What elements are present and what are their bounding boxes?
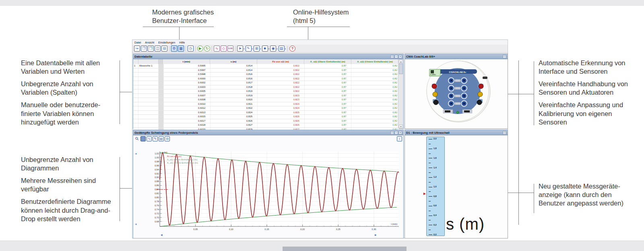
- maximize-icon[interactable]: □: [390, 55, 394, 58]
- print-button-icon[interactable]: ⊟: [161, 46, 167, 52]
- export-icon[interactable]: ▤: [159, 136, 164, 141]
- dropdown-arrow-icon[interactable]: ▾: [260, 48, 261, 50]
- data-table-titlebar: Datentabelle □−×: [133, 54, 403, 59]
- scroll-up-icon[interactable]: ▲: [399, 60, 403, 63]
- table-row[interactable]: 0,60050,8190,8220,870,82: [133, 89, 399, 94]
- save-button-icon[interactable]: ◫: [155, 46, 161, 52]
- settings-button-icon[interactable]: ⚙: [171, 46, 177, 52]
- panel-button-icon[interactable]: ⊞: [254, 46, 260, 52]
- column-header[interactable]: t (min): [163, 59, 210, 64]
- column-header[interactable]: A_u(t) (Untere Einhüllende) (m): [351, 59, 399, 64]
- edit-icon[interactable]: ✎: [153, 136, 158, 141]
- meter-tick-label: 1,2: [433, 176, 437, 178]
- svg-text:0,76: 0,76: [155, 204, 159, 207]
- replay-button-icon[interactable]: ↻: [204, 46, 210, 52]
- open-cma-activity-button-icon[interactable]: ❒: [148, 46, 154, 52]
- dropdown-arrow-icon[interactable]: ▾: [252, 48, 253, 50]
- meter-tick: [429, 163, 431, 163]
- menu-hilfe[interactable]: Hilfe: [179, 41, 185, 44]
- document-button-icon[interactable]: ▤: [279, 46, 285, 52]
- table-row[interactable]: 0,60130,8240,8250,870,82: [133, 111, 399, 115]
- meter-body: 0,00,20,40,60,81,01,21,41,61,82,0 s (m): [405, 135, 508, 238]
- callout-bracket: [534, 184, 534, 213]
- dropdown-arrow-icon[interactable]: ▾: [285, 48, 286, 50]
- menu-einstellungen[interactable]: Einstellungen: [158, 41, 175, 44]
- svg-text:0,05: 0,05: [193, 228, 198, 230]
- axis-down-icon[interactable]: ▼: [135, 223, 137, 226]
- table-row[interactable]: 0,60150,8250,8250,870,82: [133, 115, 399, 119]
- column-header[interactable]: Fit von s(t) (m): [257, 59, 304, 64]
- oscillation-chart[interactable]: 0,680,700,720,740,760,780,800,820,840,86…: [149, 149, 400, 232]
- table-row[interactable]: 0,60000,8160,8220,870,82: [133, 77, 399, 81]
- diagram-button-icon[interactable]: ∿: [214, 46, 220, 52]
- dropdown-arrow-icon[interactable]: ▾: [268, 48, 270, 50]
- help-button-icon[interactable]: ?: [289, 46, 295, 52]
- zoom-icon[interactable]: ⚲: [133, 135, 140, 142]
- table-row[interactable]: 0,60170,8260,8260,870,82: [133, 119, 399, 124]
- scrollbar-thumb[interactable]: [399, 64, 403, 74]
- screen-button-icon[interactable]: ■: [262, 46, 268, 52]
- pan-select-icon[interactable]: [140, 136, 146, 141]
- web-button-icon[interactable]: ◉: [270, 46, 276, 52]
- axis-up-icon[interactable]: ▲: [135, 152, 137, 155]
- open-activity-button-icon[interactable]: ❐: [141, 46, 147, 52]
- table-row[interactable]: 0,60180,8270,8260,870,82: [133, 123, 399, 128]
- maximize-icon[interactable]: □: [503, 131, 506, 135]
- table-row[interactable]: 1Messreihe 10,59950,8140,8220,870,82: [133, 64, 399, 68]
- data-table-button-icon[interactable]: ▦: [178, 46, 184, 52]
- svg-text:0,25: 0,25: [336, 228, 341, 230]
- svg-text:0,90: 0,90: [155, 176, 159, 178]
- table-row[interactable]: 0,60080,8200,8230,870,82: [133, 98, 399, 102]
- table-row[interactable]: 0,60120,8220,8240,870,82: [133, 106, 399, 111]
- svg-text:Fit von s(t) (m): Fit von s(t) (m): [167, 155, 182, 158]
- meter-tick: [429, 149, 432, 149]
- menu-ansicht[interactable]: Ansicht: [145, 41, 154, 44]
- stopwatch-button-icon[interactable]: ◷: [188, 46, 194, 52]
- table-row[interactable]: 0,59980,8160,8220,870,82: [133, 73, 399, 77]
- toolbar-separator: [287, 46, 288, 52]
- scroll-left-icon[interactable]: ◀: [161, 233, 163, 236]
- activity-options-button-icon[interactable]: ➤: [237, 46, 243, 52]
- dropdown-arrow-icon[interactable]: ▾: [277, 48, 278, 50]
- meter-tick: [429, 216, 432, 216]
- table-row[interactable]: 0,60100,8210,8240,870,82: [133, 102, 399, 107]
- meter-tick-label: 0,4: [433, 214, 437, 216]
- dropdown-arrow-icon[interactable]: ▾: [244, 48, 245, 50]
- maximize-icon[interactable]: □: [503, 55, 506, 58]
- menu-datei[interactable]: Datei: [134, 41, 141, 44]
- scroll-right-icon[interactable]: ▶: [375, 233, 377, 236]
- meter-tick-label: 0,6: [433, 204, 437, 207]
- diagram-options-icon[interactable]: ∿: [147, 136, 152, 141]
- svg-text:0,20: 0,20: [300, 228, 305, 230]
- graph-info-button[interactable]: i: [397, 136, 402, 141]
- window-buttons: □: [503, 131, 506, 135]
- exit-button-icon[interactable]: ↪: [134, 46, 140, 52]
- meter-button-icon[interactable]: ◇: [221, 46, 227, 52]
- minimize-icon[interactable]: −: [394, 55, 398, 58]
- start-measurement-button-icon[interactable]: ▶: [197, 46, 203, 52]
- table-body: 1Messreihe 10,59950,8140,8220,870,820,59…: [133, 64, 399, 136]
- close-icon[interactable]: ×: [398, 131, 402, 135]
- value-display-button-icon[interactable]: 0.00: [227, 46, 233, 52]
- table-row[interactable]: 0,60020,8170,8220,870,82: [133, 81, 399, 85]
- svg-text:0,96: 0,96: [155, 164, 159, 167]
- maximize-icon[interactable]: □: [390, 131, 394, 135]
- table-row[interactable]: 0,59970,8140,8220,870,82: [133, 68, 399, 73]
- svg-text:0,88: 0,88: [155, 180, 159, 183]
- close-icon[interactable]: ×: [398, 55, 402, 58]
- meter-tick: [429, 225, 432, 225]
- column-header[interactable]: s (m): [210, 59, 257, 64]
- meter-tick: [429, 234, 432, 235]
- sensor-badge: 0,84m: [429, 69, 440, 76]
- meter-tick: [429, 211, 431, 211]
- minimize-icon[interactable]: −: [394, 131, 398, 135]
- scroll-down-icon[interactable]: ▼: [399, 124, 403, 128]
- table-row[interactable]: 0,60070,8190,8230,870,82: [133, 94, 399, 98]
- meter-scale[interactable]: 0,00,20,40,60,81,01,21,41,61,82,0: [426, 137, 445, 236]
- table-scrollbar[interactable]: ▲ ▼: [398, 59, 403, 129]
- note-button-icon[interactable]: ✎: [246, 46, 252, 52]
- column-header[interactable]: A_o(t) (Obere Einhüllende) (m): [304, 59, 351, 64]
- meter-tick-label: 2,0: [433, 137, 437, 140]
- table-row[interactable]: 0,60030,8180,8220,870,82: [133, 85, 399, 90]
- print-graph-icon[interactable]: ⊟: [165, 136, 170, 141]
